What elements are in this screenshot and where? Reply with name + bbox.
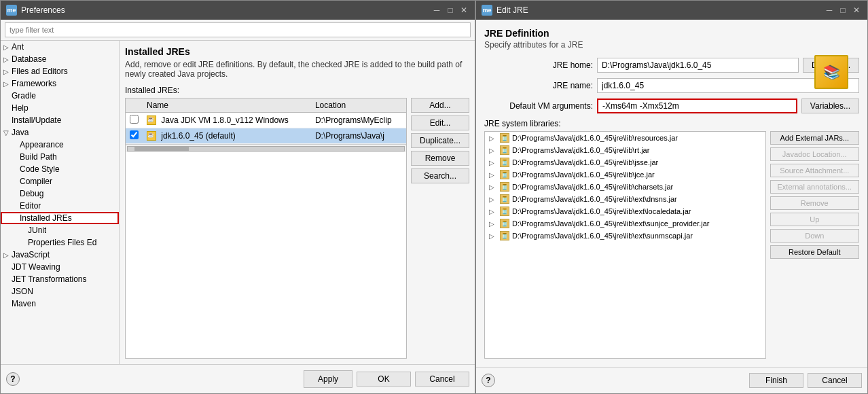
sidebar-item-properties-files[interactable]: Properties Files Ed	[1, 236, 119, 249]
sidebar-item-editor[interactable]: Editor	[1, 200, 119, 212]
filter-input[interactable]	[5, 22, 471, 37]
expand-icon: ▷	[489, 220, 497, 228]
sidebar-item-javascript[interactable]: ▷ JavaScript	[1, 249, 119, 261]
col-check	[126, 98, 143, 113]
sidebar-item-install-update[interactable]: Install/Update	[1, 114, 119, 126]
lib-path: D:\Programs\Java\jdk1.6.0_45\jre\lib\ext…	[512, 219, 709, 228]
sidebar-item-build-path[interactable]: Build Path	[1, 151, 119, 163]
edit-jre-title: Edit JRE	[496, 5, 528, 15]
minimize-button[interactable]: ─	[824, 5, 835, 16]
restore-default-button[interactable]: Restore Default	[770, 245, 859, 259]
libs-list: ▷ 🫙 D:\Programs\Java\jdk1.6.0_45\jre\lib…	[484, 131, 766, 359]
list-item[interactable]: ▷ 🫙 D:\Programs\Java\jdk1.6.0_45\jre\lib…	[485, 132, 765, 144]
add-external-jars-button[interactable]: Add External JARs...	[770, 131, 859, 145]
list-item[interactable]: ▷ 🫙 D:\Programs\Java\jdk1.6.0_45\jre\lib…	[485, 217, 765, 230]
sidebar-item-jdt-weaving[interactable]: JDT Weaving	[1, 261, 119, 273]
jre-home-input[interactable]	[597, 58, 799, 73]
add-button[interactable]: Add...	[411, 98, 469, 113]
expand-icon: ▽	[3, 129, 12, 137]
jar-icon: 🫙	[500, 207, 509, 216]
sidebar-item-debug[interactable]: Debug	[1, 187, 119, 200]
help-button[interactable]: ?	[6, 372, 20, 386]
sidebar-item-appearance[interactable]: Appearance	[1, 139, 119, 151]
vm-args-input[interactable]	[597, 98, 797, 113]
table-row[interactable]: ☕ jdk1.6.0_45 (default) D:\Programs\Java…	[126, 128, 406, 144]
sidebar-item-ant[interactable]: ▷ Ant	[1, 41, 119, 53]
lib-path: D:\Programs\Java\jdk1.6.0_45\jre\lib\jss…	[512, 158, 658, 166]
sidebar-item-compiler[interactable]: Compiler	[1, 175, 119, 187]
list-item[interactable]: ▷ 🫙 D:\Programs\Java\jdk1.6.0_45\jre\lib…	[485, 144, 765, 156]
remove-lib-button[interactable]: Remove	[770, 196, 859, 210]
jre-def-desc: Specify attributes for a JRE	[484, 40, 859, 50]
lib-path: D:\Programs\Java\jdk1.6.0_45\jre\lib\rt.…	[512, 146, 649, 154]
app-icon: me	[482, 5, 492, 16]
sidebar-item-installed-jres[interactable]: Installed JREs	[1, 212, 119, 224]
edit-jre-window-controls: ─ □ ✕	[824, 5, 862, 16]
ok-button[interactable]: OK	[357, 372, 411, 387]
main-content: Installed JREs Add, remove or edit JRE d…	[120, 41, 475, 364]
list-item[interactable]: ▷ 🫙 D:\Programs\Java\jdk1.6.0_45\jre\lib…	[485, 230, 765, 242]
sidebar-item-junit[interactable]: JUnit	[1, 224, 119, 236]
maximize-button[interactable]: □	[445, 5, 456, 16]
expand-icon: ▷	[489, 183, 497, 191]
expand-icon: ▷	[3, 43, 12, 51]
cancel-button[interactable]: Cancel	[415, 372, 469, 387]
horizontal-scrollbar[interactable]	[126, 144, 406, 152]
edit-button[interactable]: Edit...	[411, 115, 469, 130]
list-item[interactable]: ▷ 🫙 D:\Programs\Java\jdk1.6.0_45\jre\lib…	[485, 205, 765, 217]
sidebar-item-frameworks[interactable]: ▷ Frameworks	[1, 77, 119, 90]
jre-checkbox[interactable]	[130, 115, 139, 124]
cancel-button[interactable]: Cancel	[808, 373, 862, 388]
scrollbar-track[interactable]	[127, 146, 405, 151]
sidebar-item-code-style[interactable]: Code Style	[1, 163, 119, 175]
sidebar-label: Files ad Editors	[12, 67, 68, 76]
sidebar-item-gradle[interactable]: Gradle	[1, 90, 119, 102]
duplicate-button[interactable]: Duplicate...	[411, 133, 469, 148]
apply-button[interactable]: Apply	[304, 370, 352, 388]
source-attachment-button[interactable]: Source Attachment...	[770, 164, 859, 177]
sidebar-label: Code Style	[20, 164, 60, 174]
row-checkbox[interactable]	[126, 113, 143, 128]
preferences-window-controls: ─ □ ✕	[431, 5, 469, 16]
expand-icon: ▷	[3, 68, 12, 75]
scrollbar-thumb[interactable]	[134, 147, 189, 151]
sidebar-item-jet-transformations[interactable]: JET Transformations	[1, 273, 119, 285]
sidebar-item-json[interactable]: JSON	[1, 285, 119, 298]
close-button[interactable]: ✕	[458, 5, 469, 16]
sidebar-item-files-editors[interactable]: ▷ Files ad Editors	[1, 65, 119, 77]
row-checkbox[interactable]	[126, 128, 143, 144]
expand-icon: ▷	[489, 171, 497, 179]
expand-icon: ▷	[489, 208, 497, 215]
up-button[interactable]: Up	[770, 213, 859, 226]
sidebar-item-database[interactable]: ▷ Database	[1, 53, 119, 65]
row-name-text: Java JDK VM 1.8.0_v112 Windows	[161, 115, 288, 125]
variables-button[interactable]: Variables...	[801, 98, 859, 113]
jre-home-label: JRE home:	[484, 60, 593, 70]
close-button[interactable]: ✕	[851, 5, 862, 16]
sidebar-item-help[interactable]: Help	[1, 102, 119, 114]
down-button[interactable]: Down	[770, 229, 859, 243]
remove-button[interactable]: Remove	[411, 151, 469, 166]
sidebar-label: Java	[12, 128, 29, 137]
external-annotations-button[interactable]: External annotations...	[770, 180, 859, 194]
jre-checkbox[interactable]	[130, 130, 139, 139]
list-item[interactable]: ▷ 🫙 D:\Programs\Java\jdk1.6.0_45\jre\lib…	[485, 181, 765, 193]
table-row[interactable]: ☕ Java JDK VM 1.8.0_v112 Windows D:\Prog…	[126, 113, 406, 128]
help-button[interactable]: ?	[482, 374, 495, 387]
sidebar-item-java[interactable]: ▽ Java	[1, 126, 119, 139]
list-item[interactable]: ▷ 🫙 D:\Programs\Java\jdk1.6.0_45\jre\lib…	[485, 168, 765, 181]
search-button[interactable]: Search...	[411, 168, 469, 183]
jre-definition-area: JRE Definition Specify attributes for a …	[476, 20, 867, 367]
list-item[interactable]: ▷ 🫙 D:\Programs\Java\jdk1.6.0_45\jre\lib…	[485, 193, 765, 205]
jar-icon: 🫙	[500, 170, 509, 179]
expand-icon: ▷	[3, 80, 12, 88]
col-name: Name	[143, 98, 311, 113]
javadoc-location-button[interactable]: Javadoc Location...	[770, 147, 859, 161]
finish-button[interactable]: Finish	[749, 373, 803, 388]
list-item[interactable]: ▷ 🫙 D:\Programs\Java\jdk1.6.0_45\jre\lib…	[485, 156, 765, 168]
maximize-button[interactable]: □	[837, 5, 848, 16]
sidebar-item-maven[interactable]: Maven	[1, 298, 119, 310]
jar-icon: 🫙	[500, 145, 509, 155]
minimize-button[interactable]: ─	[431, 5, 442, 16]
main-section-title: Installed JREs	[125, 46, 469, 57]
